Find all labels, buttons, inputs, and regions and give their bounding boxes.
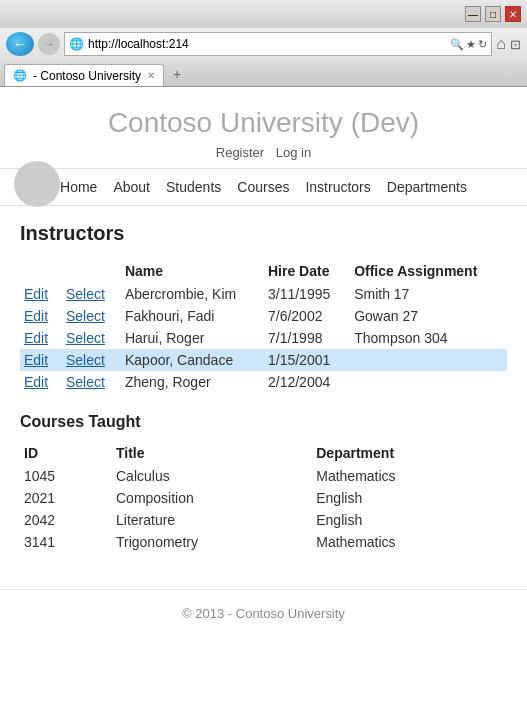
select-cell: Select	[62, 349, 121, 371]
page-icon: 🌐	[69, 37, 84, 51]
refresh-icon[interactable]: ↻	[478, 38, 487, 51]
title-cell: Literature	[112, 509, 312, 531]
minimize-button[interactable]: —	[465, 6, 481, 22]
edit-cell: Edit	[20, 371, 62, 393]
instructors-header-row: Name Hire Date Office Assignment	[20, 259, 507, 283]
office-cell: Gowan 27	[350, 305, 507, 327]
office-cell	[350, 349, 507, 371]
select-cell: Select	[62, 327, 121, 349]
title-cell: Calculus	[112, 465, 312, 487]
table-row: Edit Select Fakhouri, Fadi 7/6/2002 Gowa…	[20, 305, 507, 327]
department-cell: English	[312, 509, 507, 531]
office-cell: Smith 17	[350, 283, 507, 305]
edit-link[interactable]: Edit	[24, 352, 48, 368]
id-cell: 2042	[20, 509, 112, 531]
col-department: Department	[312, 441, 507, 465]
table-row: 2042 Literature English	[20, 509, 507, 531]
col-edit	[20, 259, 62, 283]
col-id: ID	[20, 441, 112, 465]
department-cell: Mathematics	[312, 531, 507, 553]
select-cell: Select	[62, 371, 121, 393]
table-row: 3141 Trigonometry Mathematics	[20, 531, 507, 553]
site-footer: © 2013 - Contoso University	[0, 589, 527, 637]
hire-date-cell: 7/1/1998	[264, 327, 350, 349]
close-button[interactable]: ✕	[505, 6, 521, 22]
select-link[interactable]: Select	[66, 308, 105, 324]
forward-button[interactable]: →	[38, 33, 60, 55]
browser-chrome: — □ ✕ ← → 🌐 🔍 ★ ↻ ⌂ ⊡ 🌐 - Contoso Univer…	[0, 0, 527, 87]
col-title: Title	[112, 441, 312, 465]
hire-date-cell: 3/11/1995	[264, 283, 350, 305]
edit-link[interactable]: Edit	[24, 286, 48, 302]
avatar	[14, 161, 60, 207]
page-content: Contoso University (Dev) Register Log in…	[0, 87, 527, 637]
table-row: Edit Select Abercrombie, Kim 3/11/1995 S…	[20, 283, 507, 305]
id-cell: 3141	[20, 531, 112, 553]
tab-bar: 🌐 - Contoso University ✕ +	[0, 60, 527, 86]
nav-courses[interactable]: Courses	[237, 179, 289, 195]
edit-cell: Edit	[20, 349, 62, 371]
login-link[interactable]: Log in	[276, 145, 311, 160]
edit-link[interactable]: Edit	[24, 374, 48, 390]
maximize-button[interactable]: □	[485, 6, 501, 22]
instructors-heading: Instructors	[20, 222, 507, 245]
name-cell: Harui, Roger	[121, 327, 264, 349]
site-header: Contoso University (Dev) Register Log in	[0, 87, 527, 168]
office-cell: Thompson 304	[350, 327, 507, 349]
new-tab-button[interactable]: +	[164, 62, 190, 86]
name-cell: Fakhouri, Fadi	[121, 305, 264, 327]
courses-header-row: ID Title Department	[20, 441, 507, 465]
address-bar: 🌐 🔍 ★ ↻	[64, 32, 492, 56]
footer-text: © 2013 - Contoso University	[182, 606, 345, 621]
tab-icon: 🌐	[13, 69, 27, 82]
department-cell: English	[312, 487, 507, 509]
courses-taught-heading: Courses Taught	[20, 413, 507, 431]
title-cell: Composition	[112, 487, 312, 509]
select-link[interactable]: Select	[66, 330, 105, 346]
col-hire-date: Hire Date	[264, 259, 350, 283]
header-links: Register Log in	[0, 145, 527, 160]
edit-cell: Edit	[20, 327, 62, 349]
edit-link[interactable]: Edit	[24, 308, 48, 324]
search-icon[interactable]: 🔍	[450, 38, 464, 51]
id-cell: 1045	[20, 465, 112, 487]
hire-date-cell: 1/15/2001	[264, 349, 350, 371]
table-row: 2021 Composition English	[20, 487, 507, 509]
tab-close-button[interactable]: ✕	[147, 70, 155, 81]
table-row: 1045 Calculus Mathematics	[20, 465, 507, 487]
back-button[interactable]: ←	[6, 32, 34, 56]
select-link[interactable]: Select	[66, 374, 105, 390]
col-office: Office Assignment	[350, 259, 507, 283]
name-cell: Kapoor, Candace	[121, 349, 264, 371]
nav-about[interactable]: About	[113, 179, 150, 195]
nav-instructors[interactable]: Instructors	[305, 179, 370, 195]
star-icon[interactable]: ★	[466, 38, 476, 51]
table-row: Edit Select Kapoor, Candace 1/15/2001	[20, 349, 507, 371]
id-cell: 2021	[20, 487, 112, 509]
title-cell: Trigonometry	[112, 531, 312, 553]
select-link[interactable]: Select	[66, 286, 105, 302]
nav-departments[interactable]: Departments	[387, 179, 467, 195]
address-actions: 🔍 ★ ↻	[450, 38, 487, 51]
register-link[interactable]: Register	[216, 145, 264, 160]
window-controls: — □ ✕	[465, 6, 521, 22]
courses-table: ID Title Department 1045 Calculus Mathem…	[20, 441, 507, 553]
select-cell: Select	[62, 305, 121, 327]
home-button[interactable]: ⌂	[496, 35, 506, 53]
select-link[interactable]: Select	[66, 352, 105, 368]
col-select	[62, 259, 121, 283]
nav-students[interactable]: Students	[166, 179, 221, 195]
address-input[interactable]	[88, 37, 446, 51]
department-cell: Mathematics	[312, 465, 507, 487]
select-cell: Select	[62, 283, 121, 305]
name-cell: Zheng, Roger	[121, 371, 264, 393]
name-cell: Abercrombie, Kim	[121, 283, 264, 305]
site-title: Contoso University (Dev)	[0, 107, 527, 139]
main-nav: Home About Students Courses Instructors …	[0, 168, 527, 206]
nav-home[interactable]: Home	[60, 179, 97, 195]
compat-button[interactable]: ⊡	[510, 37, 521, 52]
hire-date-cell: 7/6/2002	[264, 305, 350, 327]
active-tab[interactable]: 🌐 - Contoso University ✕	[4, 64, 164, 86]
table-row: Edit Select Harui, Roger 7/1/1998 Thomps…	[20, 327, 507, 349]
edit-link[interactable]: Edit	[24, 330, 48, 346]
